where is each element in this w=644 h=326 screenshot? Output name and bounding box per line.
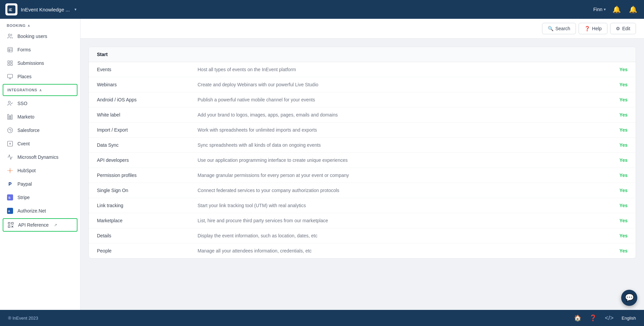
feature-status: Yes — [609, 153, 636, 168]
booking-caret: ∧ — [28, 24, 30, 28]
edit-button[interactable]: ⚙ Edit — [610, 23, 636, 34]
sidebar-section-integrations[interactable]: INTEGRATIONS ∧ — [3, 84, 77, 96]
sidebar-item-hubspot[interactable]: HubSpot — [0, 164, 80, 177]
app-logo: iE — [5, 3, 17, 15]
table-row: Webinars Create and deploy Webinars with… — [89, 77, 636, 92]
language-selector[interactable]: English — [622, 316, 636, 321]
main-layout: BOOKING ∧ Booking users Forms — [0, 19, 644, 310]
sidebar-item-label: HubSpot — [17, 168, 36, 173]
feature-name: White label — [89, 107, 190, 123]
sidebar-item-places[interactable]: Places — [0, 70, 80, 83]
sidebar-item-paypal[interactable]: P Paypal — [0, 177, 80, 191]
integrations-caret: ∧ — [39, 88, 42, 92]
svg-rect-9 — [8, 64, 9, 65]
svg-point-2 — [8, 34, 10, 36]
paypal-icon: P — [7, 181, 13, 187]
chat-bubble-button[interactable]: 💬 — [621, 290, 637, 306]
svg-rect-15 — [8, 114, 9, 120]
table-row: Permission profiles Manage granular perm… — [89, 168, 636, 183]
search-button[interactable]: 🔍 Search — [542, 23, 576, 34]
help-button-label: Help — [592, 26, 602, 31]
sidebar-item-submissions[interactable]: Submissions — [0, 56, 80, 70]
api-reference-icon — [7, 222, 14, 228]
footer-right: 🏠 ❓ </> English — [574, 314, 636, 322]
help-button[interactable]: ❓ Help — [579, 23, 607, 34]
content-area: 🔍 Search ❓ Help ⚙ Edit Start — [80, 19, 644, 310]
user-name: Finn — [593, 7, 602, 12]
sidebar: BOOKING ∧ Booking users Forms — [0, 19, 80, 310]
sidebar-item-microsoft-dynamics[interactable]: Microsoft Dynamics — [0, 150, 80, 164]
feature-status: Yes — [609, 168, 636, 183]
sidebar-item-cvent[interactable]: Cvent — [0, 137, 80, 150]
top-navbar: iE InEvent Knowledge ... ▾ Finn ▾ 🔔 🔔 — [0, 0, 644, 19]
authorize-net-icon: A — [7, 207, 13, 214]
sidebar-item-stripe[interactable]: S Stripe — [0, 191, 80, 204]
feature-status: Yes — [609, 228, 636, 243]
app-title-chevron[interactable]: ▾ — [74, 7, 76, 12]
integrations-label: INTEGRATIONS — [7, 88, 37, 92]
svg-text:S: S — [8, 196, 11, 199]
sidebar-item-label: Stripe — [17, 195, 30, 200]
stripe-icon: S — [7, 194, 13, 201]
feature-name: Import / Export — [89, 123, 190, 138]
sidebar-item-forms[interactable]: Forms — [0, 43, 80, 56]
sidebar-item-label: Authorize.Net — [17, 208, 46, 214]
sidebar-item-booking-users[interactable]: Booking users — [0, 30, 80, 43]
sidebar-item-authorize-net[interactable]: A Authorize.Net — [0, 204, 80, 218]
sidebar-item-sso[interactable]: SSO — [0, 97, 80, 110]
navbar-left: iE InEvent Knowledge ... ▾ — [5, 3, 593, 15]
booking-users-icon — [7, 33, 13, 40]
svg-rect-16 — [9, 116, 11, 120]
feature-status: Yes — [609, 107, 636, 123]
navbar-right: Finn ▾ 🔔 🔔 — [593, 4, 639, 15]
places-icon — [7, 73, 13, 80]
microsoft-dynamics-icon — [7, 154, 13, 160]
table-row: Events Host all types of events on the I… — [89, 62, 636, 77]
feature-name: Data Sync — [89, 138, 190, 153]
sidebar-item-label: Paypal — [17, 181, 32, 187]
edit-icon: ⚙ — [616, 26, 620, 31]
sidebar-item-label: Microsoft Dynamics — [17, 154, 58, 160]
sidebar-section-booking[interactable]: BOOKING ∧ — [0, 19, 80, 30]
notification-bell-button[interactable]: 🔔 — [628, 4, 639, 15]
table-row: Import / Export Work with spreadsheets f… — [89, 123, 636, 138]
sidebar-item-label: Places — [17, 74, 32, 79]
sidebar-item-label: Submissions — [17, 60, 44, 66]
table-row: White label Add your brand to logos, ima… — [89, 107, 636, 123]
svg-text:A: A — [8, 210, 10, 213]
feature-desc: Host all types of events on the InEvent … — [190, 62, 609, 77]
app-title: InEvent Knowledge ... — [21, 7, 70, 12]
svg-text:iE: iE — [9, 8, 12, 12]
user-menu[interactable]: Finn ▾ — [593, 7, 606, 12]
features-card: Start Events Host all types of events on… — [89, 47, 636, 259]
search-icon: 🔍 — [548, 26, 553, 31]
table-row: People Manage all your attendees informa… — [89, 243, 636, 259]
table-row: Single Sign On Connect federated service… — [89, 183, 636, 198]
marketo-icon — [7, 113, 13, 120]
sidebar-item-salesforce[interactable]: Salesforce — [0, 124, 80, 137]
salesforce-icon — [7, 127, 13, 134]
home-icon[interactable]: 🏠 — [574, 314, 581, 322]
code-icon[interactable]: </> — [605, 315, 613, 322]
svg-rect-28 — [8, 223, 10, 224]
svg-rect-11 — [8, 74, 13, 78]
table-row: Details Display the event information, s… — [89, 228, 636, 243]
feature-desc: Add your brand to logos, images, apps, p… — [190, 107, 609, 123]
feature-name: Android / iOS Apps — [89, 92, 190, 107]
feature-status: Yes — [609, 62, 636, 77]
feature-status: Yes — [609, 213, 636, 228]
feature-name: Details — [89, 228, 190, 243]
feature-name: Events — [89, 62, 190, 77]
table-row: Marketplace List, hire and procure third… — [89, 213, 636, 228]
sidebar-item-api-reference[interactable]: API Reference ↗ — [3, 218, 77, 232]
feature-status: Yes — [609, 243, 636, 259]
notification-megaphone-button[interactable]: 🔔 — [611, 4, 622, 15]
svg-rect-7 — [8, 61, 9, 62]
edit-button-label: Edit — [622, 26, 630, 31]
hubspot-icon — [7, 167, 13, 174]
cvent-icon — [7, 140, 13, 147]
bottom-footer: ® InEvent 2023 🏠 ❓ </> English — [0, 310, 644, 326]
sidebar-item-label: Cvent — [17, 141, 30, 146]
sidebar-item-marketo[interactable]: Marketo — [0, 110, 80, 124]
question-icon[interactable]: ❓ — [589, 314, 597, 322]
